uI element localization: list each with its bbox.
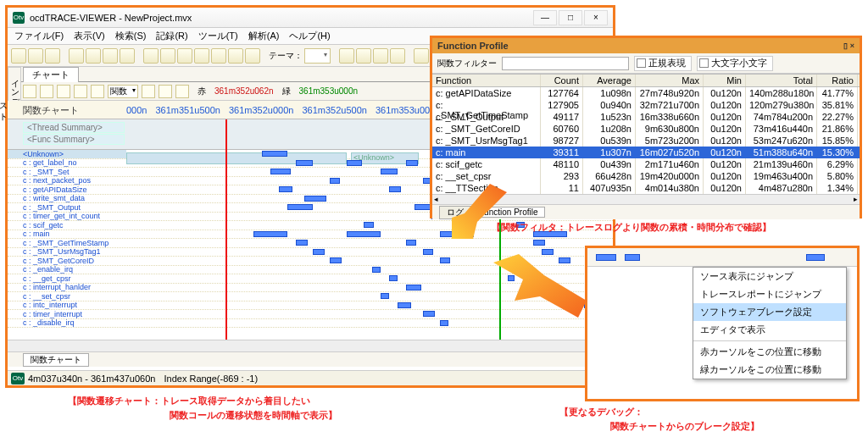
profile-pin-close[interactable]: ▯ ×	[843, 41, 854, 50]
tb-icon-15[interactable]	[339, 48, 354, 64]
tb-icon-5[interactable]	[86, 48, 101, 64]
gantt-bar[interactable]	[440, 257, 450, 263]
col-ratio[interactable]: Ratio	[817, 75, 858, 86]
ct-icon-1[interactable]	[23, 85, 36, 98]
menu-file[interactable]: ファイル(F)	[14, 30, 64, 42]
ctx-item-editor[interactable]: エディタで表示	[693, 321, 846, 339]
tb-icon-8[interactable]	[143, 48, 159, 64]
col-count[interactable]: Count	[541, 75, 583, 86]
case-checkbox-icon[interactable]	[699, 58, 709, 68]
profile-row[interactable]: c: _SMT_GetTimeStamp1279050u940n32m721u7…	[432, 99, 860, 111]
profile-title-bar[interactable]: Function Profile ▯ ×	[432, 38, 860, 53]
menu-help[interactable]: ヘルプ(H)	[289, 30, 330, 42]
ctx-item-report-jump[interactable]: トレースレポートにジャンプ	[693, 285, 846, 303]
tb-icon-16[interactable]	[356, 48, 371, 64]
camera-icon[interactable]	[175, 85, 189, 98]
ct-icon-3[interactable]	[57, 85, 70, 98]
col-function[interactable]: Function	[432, 75, 541, 86]
tb-icon-13[interactable]	[228, 48, 243, 64]
menu-tool[interactable]: ツール(T)	[198, 30, 238, 42]
col-min[interactable]: Min	[704, 75, 746, 86]
case-checkbox-wrap[interactable]: 大文字小文字	[697, 56, 773, 71]
gantt-bar[interactable]	[330, 178, 340, 184]
tb-icon-7[interactable]	[120, 48, 135, 64]
gantt-bar[interactable]	[423, 249, 433, 255]
gantt-bar[interactable]	[296, 240, 308, 246]
gantt-bar[interactable]	[406, 285, 421, 290]
tb-icon-4[interactable]	[69, 48, 84, 64]
chart-scrollbar[interactable]	[8, 340, 613, 351]
tb-icon-12[interactable]	[211, 48, 226, 64]
col-total[interactable]: Total	[746, 75, 817, 86]
scroll-right-icon[interactable]: ▸	[854, 195, 858, 203]
gantt-bar[interactable]	[440, 320, 448, 326]
gantt-bar[interactable]	[381, 293, 389, 299]
menu-search[interactable]: 検索(S)	[115, 30, 147, 42]
ct-icon-4[interactable]	[74, 85, 87, 98]
gantt-bar[interactable]	[533, 240, 545, 246]
tb-icon-1[interactable]	[11, 48, 26, 64]
tb-icon-3[interactable]	[45, 48, 60, 64]
col-max[interactable]: Max	[636, 75, 704, 86]
regex-checkbox-wrap[interactable]: 正規表現	[634, 56, 692, 71]
ctx-item-red-cursor[interactable]: 赤カーソルをこの位置に移動	[693, 343, 846, 361]
tb-icon-17[interactable]	[373, 48, 388, 64]
profile-row[interactable]: c: _SMT_UsrMsgTag1987270u539n5m723u200n0…	[432, 135, 860, 147]
ctx-item-source-jump[interactable]: ソース表示にジャンプ	[693, 268, 846, 285]
ct-icon-5[interactable]	[91, 85, 104, 98]
gantt-bar[interactable]	[389, 186, 401, 192]
gantt-bar[interactable]	[287, 204, 313, 210]
fn-row[interactable]: c : _SMT_GetTimeStamp	[8, 239, 613, 248]
ct-icon-6[interactable]	[142, 85, 155, 98]
maximize-button[interactable]: □	[559, 10, 582, 25]
profile-row[interactable]: c: main393111u307n16m027u520n0u120n51m38…	[432, 147, 860, 158]
profile-row[interactable]: c: _SMT_Output491171u523n16m338u660n0u12…	[432, 111, 860, 123]
profile-table-header[interactable]: Function Count Average Max Min Total Rat…	[432, 74, 860, 87]
profile-row[interactable]: c: scif_getc481100u439n2m171u460n0u120n2…	[432, 158, 860, 170]
gantt-bar[interactable]	[304, 196, 326, 202]
theme-select[interactable]	[304, 48, 331, 64]
gantt-bar[interactable]	[406, 160, 418, 166]
scroll-left-icon[interactable]: ◂	[434, 195, 438, 203]
mode-select[interactable]: 関数	[108, 85, 138, 98]
ct-icon-7[interactable]	[159, 85, 172, 98]
tb-icon-9[interactable]	[160, 48, 175, 64]
menu-record[interactable]: 記録(R)	[156, 30, 187, 42]
gantt-bar[interactable]	[347, 160, 362, 166]
profile-table[interactable]: Function Count Average Max Min Total Rat…	[432, 74, 860, 194]
gantt-bar[interactable]	[279, 186, 292, 192]
gantt-bar[interactable]	[364, 222, 374, 228]
gantt-bar[interactable]	[423, 311, 435, 317]
gantt-bar[interactable]	[296, 160, 313, 166]
menu-view[interactable]: 表示(V)	[74, 30, 105, 42]
gantt-bar[interactable]	[330, 257, 342, 263]
tb-icon-19[interactable]	[414, 48, 429, 64]
profile-row[interactable]: c: _SMT_GetCoreID607601u208n9m630u800n0u…	[432, 123, 860, 135]
filter-input[interactable]	[502, 57, 629, 70]
tb-icon-18[interactable]	[390, 48, 405, 64]
minimize-button[interactable]: —	[533, 10, 557, 25]
tb-icon-6[interactable]	[103, 48, 118, 64]
gantt-bar[interactable]	[347, 231, 381, 237]
gantt-bar[interactable]	[372, 267, 381, 273]
tb-icon-14[interactable]	[245, 48, 260, 64]
tb-icon-10[interactable]	[177, 48, 192, 64]
context-menu[interactable]: ソース表示にジャンプ トレースレポートにジャンプ ソフトウェアブレーク設定 エデ…	[693, 267, 847, 379]
gantt-bar[interactable]	[270, 169, 291, 174]
ctx-gantt-strip[interactable]	[587, 248, 857, 267]
gantt-bar[interactable]	[262, 151, 287, 157]
tb-icon-2[interactable]	[28, 48, 43, 64]
gantt-bar[interactable]	[313, 249, 325, 255]
close-button[interactable]: ×	[584, 10, 608, 25]
menu-analyze[interactable]: 解析(A)	[248, 30, 280, 42]
col-average[interactable]: Average	[583, 75, 636, 86]
regex-checkbox-icon[interactable]	[637, 58, 646, 68]
tab-funcchart[interactable]: 関数チャート	[23, 353, 89, 367]
profile-row[interactable]: c: getAPIDataSize1277641u098n27m748u920n…	[432, 87, 860, 99]
gantt-bar[interactable]	[381, 169, 398, 174]
tb-icon-11[interactable]	[194, 48, 209, 64]
profile-table-body[interactable]: c: getAPIDataSize1277641u098n27m748u920n…	[432, 87, 860, 194]
gantt-bar[interactable]	[398, 302, 411, 308]
title-bar[interactable]: Otv ocdTRACE-VIEWER - NewProject.mvx — □…	[8, 8, 613, 28]
ctx-item-sw-break[interactable]: ソフトウェアブレーク設定	[693, 303, 846, 321]
